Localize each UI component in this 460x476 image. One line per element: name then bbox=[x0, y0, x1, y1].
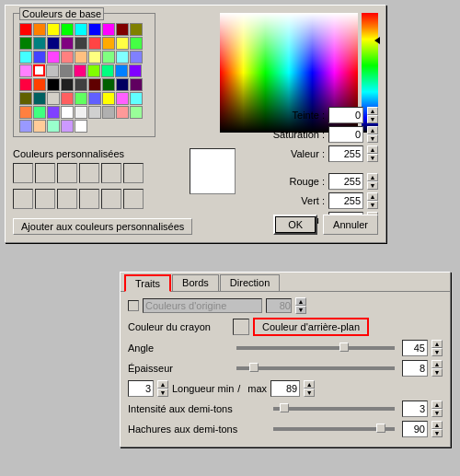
color-swatch-56[interactable] bbox=[47, 106, 60, 119]
color-swatch-26[interactable] bbox=[130, 51, 143, 64]
epaisseur-input[interactable] bbox=[402, 360, 428, 377]
epaisseur-slider[interactable] bbox=[236, 366, 395, 370]
color-swatch-8[interactable] bbox=[130, 23, 143, 36]
color-swatch-61[interactable] bbox=[116, 106, 129, 119]
valeur-up[interactable]: ▲ bbox=[367, 145, 378, 154]
color-swatch-11[interactable] bbox=[47, 37, 60, 50]
custom-swatch-1[interactable] bbox=[13, 163, 33, 183]
color-swatch-46[interactable] bbox=[33, 92, 46, 105]
color-swatch-19[interactable] bbox=[33, 51, 46, 64]
color-swatch-3[interactable] bbox=[61, 23, 74, 36]
vert-spinner[interactable]: ▲ ▼ bbox=[367, 192, 378, 209]
angle-up[interactable]: ▲ bbox=[431, 340, 443, 348]
saturation-up[interactable]: ▲ bbox=[367, 126, 378, 134]
teinte-spinner[interactable]: ▲ ▼ bbox=[367, 107, 378, 123]
intensite-spinner[interactable]: ▲ ▼ bbox=[431, 401, 443, 417]
couleurs-origine-spinner[interactable]: ▲ ▼ bbox=[295, 297, 306, 314]
longueur-min-up[interactable]: ▲ bbox=[157, 380, 168, 389]
color-swatch-44[interactable] bbox=[130, 78, 143, 91]
color-swatch-67[interactable] bbox=[75, 120, 87, 133]
color-swatch-31[interactable] bbox=[74, 64, 86, 77]
add-to-custom-button[interactable]: Ajouter aux couleurs personnalisées bbox=[13, 218, 192, 235]
color-swatch-41[interactable] bbox=[88, 78, 101, 91]
color-swatch-17[interactable] bbox=[130, 37, 143, 50]
saturation-input[interactable] bbox=[328, 126, 363, 143]
color-swatch-64[interactable] bbox=[33, 120, 46, 133]
color-swatch-38[interactable] bbox=[47, 78, 60, 91]
custom-swatch-2[interactable] bbox=[35, 163, 55, 183]
couleur-arriere-plan-button[interactable]: Couleur d'arrière-plan bbox=[253, 318, 369, 336]
color-swatch-25[interactable] bbox=[116, 51, 129, 64]
custom-swatch-4[interactable] bbox=[79, 163, 99, 183]
color-swatch-27[interactable] bbox=[19, 64, 32, 77]
color-swatch-35[interactable] bbox=[129, 64, 142, 77]
angle-down[interactable]: ▼ bbox=[431, 348, 443, 356]
custom-swatch-8[interactable] bbox=[35, 189, 55, 209]
color-swatch-18[interactable] bbox=[19, 51, 32, 64]
color-swatch-57[interactable] bbox=[61, 106, 74, 119]
color-swatch-52[interactable] bbox=[116, 92, 129, 105]
longueur-min-spinner[interactable]: ▲ ▼ bbox=[157, 380, 168, 397]
custom-swatch-12[interactable] bbox=[123, 189, 144, 209]
teinte-up[interactable]: ▲ bbox=[367, 107, 378, 115]
epaisseur-spinner[interactable]: ▲ ▼ bbox=[431, 360, 443, 377]
angle-slider[interactable] bbox=[236, 346, 395, 350]
color-swatch-29[interactable] bbox=[46, 64, 59, 77]
saturation-spinner[interactable]: ▲ ▼ bbox=[367, 126, 378, 143]
color-swatch-59[interactable] bbox=[88, 106, 101, 119]
color-swatch-9[interactable] bbox=[19, 37, 32, 50]
color-swatch-48[interactable] bbox=[61, 92, 74, 105]
color-swatch-22[interactable] bbox=[75, 51, 87, 64]
color-swatch-6[interactable] bbox=[102, 23, 115, 36]
tab-traits[interactable]: Traits bbox=[124, 274, 171, 292]
color-swatch-55[interactable] bbox=[33, 106, 46, 119]
color-swatch-1[interactable] bbox=[33, 23, 46, 36]
vert-up[interactable]: ▲ bbox=[367, 192, 378, 201]
teinte-down[interactable]: ▼ bbox=[367, 115, 378, 123]
intensite-down[interactable]: ▼ bbox=[431, 409, 443, 417]
couleur-crayon-swatch[interactable] bbox=[233, 319, 249, 335]
custom-swatch-11[interactable] bbox=[101, 189, 121, 209]
teinte-input[interactable] bbox=[328, 107, 363, 123]
color-swatch-37[interactable] bbox=[33, 78, 46, 91]
color-swatch-4[interactable] bbox=[75, 23, 87, 36]
color-swatch-0[interactable] bbox=[19, 23, 32, 36]
longueur-min-down[interactable]: ▼ bbox=[157, 389, 168, 397]
epaisseur-up[interactable]: ▲ bbox=[431, 360, 443, 368]
color-swatch-50[interactable] bbox=[88, 92, 101, 105]
rouge-input[interactable] bbox=[328, 173, 363, 190]
hachures-slider-thumb[interactable] bbox=[376, 424, 385, 433]
color-swatch-7[interactable] bbox=[116, 23, 129, 36]
intensite-slider-thumb[interactable] bbox=[280, 403, 289, 412]
color-swatch-49[interactable] bbox=[75, 92, 87, 105]
hachures-spinner[interactable]: ▲ ▼ bbox=[431, 421, 443, 437]
color-swatch-63[interactable] bbox=[19, 120, 32, 133]
intensite-input[interactable] bbox=[402, 401, 428, 417]
ok-button[interactable]: OK bbox=[273, 215, 317, 235]
custom-swatch-3[interactable] bbox=[57, 163, 77, 183]
color-swatch-32[interactable] bbox=[87, 64, 100, 77]
tab-direction[interactable]: Direction bbox=[220, 274, 280, 291]
angle-input[interactable] bbox=[402, 340, 428, 356]
color-swatch-34[interactable] bbox=[115, 64, 128, 77]
color-swatch-13[interactable] bbox=[75, 37, 87, 50]
cancel-button[interactable]: Annuler bbox=[323, 215, 378, 235]
color-swatch-43[interactable] bbox=[116, 78, 129, 91]
color-swatch-16[interactable] bbox=[116, 37, 129, 50]
valeur-input[interactable] bbox=[328, 145, 363, 162]
hachures-slider[interactable] bbox=[273, 427, 395, 431]
rouge-spinner[interactable]: ▲ ▼ bbox=[367, 173, 378, 190]
couleurs-origine-checkbox[interactable] bbox=[128, 300, 139, 311]
intensite-slider[interactable] bbox=[273, 407, 395, 411]
color-swatch-62[interactable] bbox=[130, 106, 143, 119]
color-swatch-40[interactable] bbox=[75, 78, 87, 91]
color-swatch-33[interactable] bbox=[101, 64, 114, 77]
hachures-up[interactable]: ▲ bbox=[431, 421, 443, 429]
custom-swatch-9[interactable] bbox=[57, 189, 77, 209]
rouge-up[interactable]: ▲ bbox=[367, 173, 378, 181]
color-swatch-14[interactable] bbox=[88, 37, 101, 50]
color-swatch-42[interactable] bbox=[102, 78, 115, 91]
rouge-down[interactable]: ▼ bbox=[367, 181, 378, 190]
color-swatch-30[interactable] bbox=[60, 64, 73, 77]
hachures-down[interactable]: ▼ bbox=[431, 429, 443, 437]
